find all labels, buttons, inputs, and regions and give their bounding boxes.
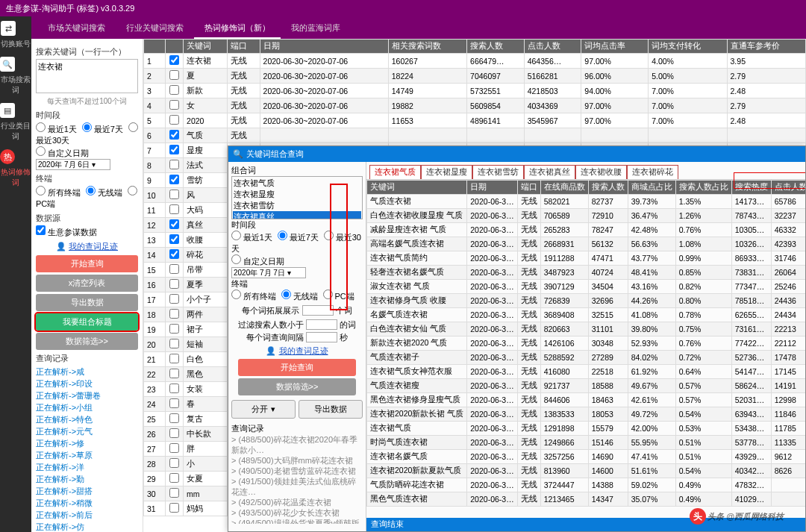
nav-switch-account[interactable]: ⇄切换账号 <box>1 21 31 57</box>
word-tab[interactable]: 连衣裙真丝 <box>524 165 575 179</box>
p-opt-wireless[interactable]: 无线端 <box>281 292 318 301</box>
filter-button[interactable]: 数据筛选>> <box>36 333 138 350</box>
group-item[interactable]: 连衣裙气质 <box>233 178 361 189</box>
row-checkbox[interactable] <box>169 369 179 378</box>
row-checkbox[interactable] <box>169 264 179 274</box>
opt-1day[interactable]: 最近1天 <box>36 125 77 134</box>
rt-row[interactable]: 名媛气质连衣裙2020-06-3…无线36894083251541.08%0.7… <box>367 308 806 322</box>
row-checkbox[interactable] <box>169 488 179 498</box>
col-header[interactable] <box>166 40 184 54</box>
col-header[interactable]: 日期 <box>260 40 388 54</box>
rt-row[interactable]: 连衣裙气质简约2020-06-3…无线19112884747143.77%0.9… <box>367 251 806 266</box>
tab-bluesea[interactable]: 我的蓝海词库 <box>281 16 351 39</box>
table-row[interactable]: 1连衣裙无线2020-06-30~2020-07-06160267666479…… <box>144 54 806 69</box>
nav-category[interactable]: ▤行业类目词 <box>0 103 31 149</box>
group-item[interactable]: 连衣裙显瘦 <box>233 189 361 200</box>
word-tab[interactable]: 连衣裙雪纺 <box>472 165 524 179</box>
rt-col-header[interactable]: 日期 <box>467 181 517 195</box>
row-checkbox[interactable] <box>169 458 179 468</box>
rt-row[interactable]: 连衣裙修身气质 收腰2020-06-3…无线7268393269644.26%0… <box>367 294 806 308</box>
table-row[interactable]: 4女无线2020-06-30~2020-07-06198825609854403… <box>144 98 806 113</box>
row-checkbox[interactable] <box>169 115 179 125</box>
row-checkbox[interactable] <box>169 473 179 483</box>
export-button[interactable]: 导出数据 <box>36 294 138 311</box>
word-tab[interactable]: 连衣裙碎花 <box>627 165 678 179</box>
row-checkbox[interactable] <box>169 279 179 289</box>
interval-input[interactable] <box>306 332 337 342</box>
rt-row[interactable]: 连衣裙名媛气质2020-06-3…无线32572561469047.41%0.5… <box>367 450 806 464</box>
row-checkbox[interactable] <box>169 219 179 229</box>
rt-row[interactable]: 连衣裙气质女神范衣服2020-06-3…无线4160802251861.92%0… <box>367 365 806 379</box>
p-myquery-link[interactable]: 我的查词足迹 <box>279 345 328 357</box>
row-checkbox[interactable] <box>169 384 179 393</box>
row-checkbox[interactable] <box>169 294 179 304</box>
p-export-button[interactable]: 导出数据 <box>299 400 363 419</box>
p-opt-1day[interactable]: 最近1天 <box>231 234 272 242</box>
row-checkbox[interactable] <box>169 160 179 169</box>
rt-col-header[interactable]: 商城点占比 <box>628 181 675 195</box>
row-checkbox[interactable] <box>169 309 179 319</box>
row-checkbox[interactable] <box>169 428 179 438</box>
rt-row[interactable]: 气质连衣裙子2020-06-3…无线52885922728984.02%0.72… <box>367 351 806 365</box>
col-header[interactable]: 搜索人数 <box>467 40 525 54</box>
row-checkbox[interactable] <box>169 100 179 110</box>
rt-row[interactable]: 黑色连衣裙修身显瘦气质2020-06-3…无线8446061846342.61%… <box>367 393 806 407</box>
row-checkbox[interactable] <box>169 85 179 95</box>
p-date-input[interactable] <box>231 267 306 278</box>
col-header[interactable]: 相关搜索词数 <box>388 40 466 54</box>
opt-7day[interactable]: 最近7天 <box>82 125 123 134</box>
p-opt-all[interactable]: 所有终端 <box>231 292 276 301</box>
keyword-input[interactable]: 连衣裙 <box>36 59 138 93</box>
rt-row[interactable]: 气质连衣裙瘦2020-06-3…无线9217371858849.67%0.57%… <box>367 379 806 393</box>
row-checkbox[interactable] <box>169 398 179 408</box>
clear-list-button[interactable]: x清空列表 <box>36 275 138 292</box>
rt-col-header[interactable]: 点击人数 <box>771 181 805 195</box>
row-checkbox[interactable] <box>169 175 179 184</box>
rt-col-header[interactable]: 搜索热度 <box>731 181 771 195</box>
p-start-button[interactable]: 开始查询 <box>238 359 356 376</box>
rt-row[interactable]: 白色连衣裙女仙 气质2020-06-3…无线8206633110139.80%0… <box>367 322 806 337</box>
rt-row[interactable]: 连衣裙2020新款长裙 气质2020-06-3…无线13835331805349… <box>367 407 806 422</box>
tab-hotword[interactable]: 热词修饰词（新） <box>194 16 281 39</box>
word-tab[interactable]: 连衣裙气质 <box>369 165 421 179</box>
opt-all-term[interactable]: 所有终端 <box>36 189 81 197</box>
col-header[interactable]: 词均支付转化 <box>649 40 727 54</box>
row-checkbox[interactable] <box>169 55 179 65</box>
p-filter-button[interactable]: 数据筛选>> <box>238 378 356 395</box>
word-tab[interactable]: 连衣裙显瘦 <box>421 165 472 179</box>
date-input[interactable] <box>36 159 110 170</box>
table-row[interactable]: 52020无线2020-06-30~2020-07-06116534896141… <box>144 113 806 128</box>
rt-row[interactable]: 减龄显瘦连衣裙 气质2020-06-3…无线2652837824742.48%0… <box>367 223 806 237</box>
col-header[interactable]: 端口 <box>228 40 260 54</box>
row-checkbox[interactable] <box>169 70 179 80</box>
table-row[interactable]: 2夏无线2020-06-30~2020-07-06182247046097516… <box>144 69 806 84</box>
row-checkbox[interactable] <box>169 145 179 154</box>
row-checkbox[interactable] <box>169 249 179 259</box>
my-query-link[interactable]: 我的查词足迹 <box>69 241 118 252</box>
source-checkbox[interactable]: 生意参谋数据 <box>36 228 97 237</box>
group-listbox[interactable]: 连衣裙气质连衣裙显瘦连衣裙雪纺连衣裙真丝连衣裙收腰 <box>231 176 363 219</box>
rt-col-header[interactable]: 搜索人数占比 <box>675 181 731 195</box>
rt-row[interactable]: 轻奢连衣裙名媛气质2020-06-3…无线34879234072448.41%0… <box>367 266 806 280</box>
tab-industry[interactable]: 行业关键词搜索 <box>116 16 194 39</box>
rt-col-header[interactable]: 端口 <box>517 181 540 195</box>
combine-title-button[interactable]: 我要组合标题 <box>36 313 138 331</box>
p-opt-7day[interactable]: 最近7天 <box>278 234 319 242</box>
split-select[interactable]: 分开 ▾ <box>231 400 296 419</box>
col-header[interactable]: 点击人数 <box>524 40 581 54</box>
col-header[interactable]: 关键词 <box>184 40 228 54</box>
rt-row[interactable]: 新款连衣裙2020 气质2020-06-3…无线14261063034852.9… <box>367 337 806 351</box>
p-opt-pc[interactable]: PC端 <box>323 292 354 301</box>
col-header[interactable] <box>144 40 166 54</box>
p-opt-custom[interactable]: 自定义日期 <box>231 257 284 266</box>
filter-min-input[interactable] <box>306 319 337 330</box>
rt-row[interactable]: 连衣裙2020新款夏款气质2020-06-3…无线8139601460051.6… <box>367 464 806 478</box>
rt-row[interactable]: 时尚气质连衣裙2020-06-3…无线12498661514655.95%0.5… <box>367 436 806 450</box>
nav-market-search[interactable]: 🔍市场搜索词 <box>0 57 31 103</box>
row-checkbox[interactable] <box>169 234 179 244</box>
opt-wireless[interactable]: 无线端 <box>86 189 122 197</box>
row-checkbox[interactable] <box>169 503 179 513</box>
rt-row[interactable]: 连衣裙气质2020-06-3…无线12918981557942.00%0.53%… <box>367 422 806 436</box>
rt-row[interactable]: 高端名媛气质连衣裙2020-06-3…无线26689315613256.63%1… <box>367 237 806 251</box>
row-checkbox[interactable] <box>169 324 179 334</box>
